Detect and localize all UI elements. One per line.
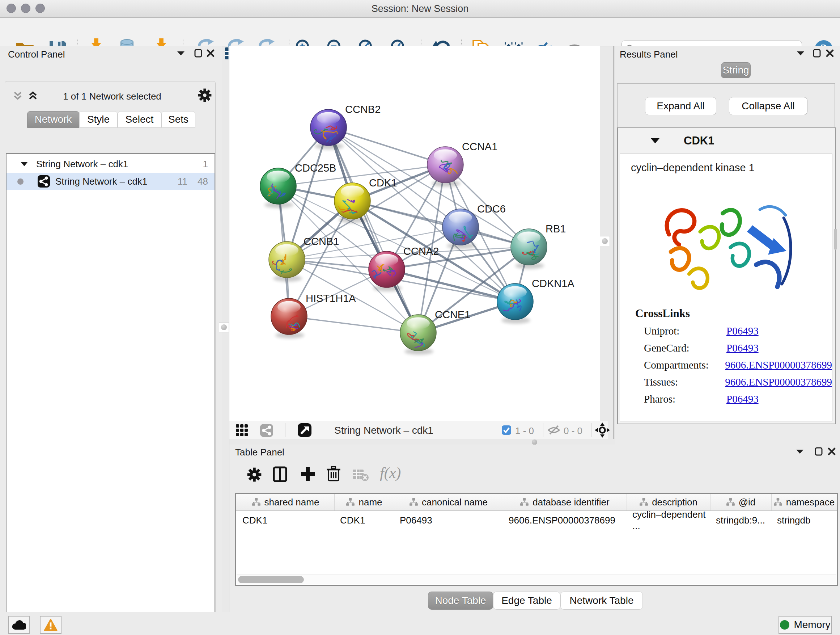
gene-section-header[interactable]: CDK1 [618,128,835,154]
tab-network[interactable]: Network [27,111,79,128]
crosslink-link[interactable]: P06493 [726,325,759,337]
table-cell[interactable]: 9606.ENSP00000378699 [503,512,627,529]
crosslink-link[interactable]: 9606.ENSP00000378699 [725,359,832,371]
column-header-databaseidentifier[interactable]: database identifier [503,494,627,510]
warning-icon [44,618,57,631]
table-cell[interactable]: CDK1 [335,512,394,529]
node-gloss [375,254,398,266]
memory-label: Memory [794,619,830,631]
control-panel-close-icon[interactable] [204,48,217,59]
column-header-label: namespace [786,497,835,508]
table-hscrollbar-thumb[interactable] [238,576,304,583]
expand-all-button[interactable]: Expand All [645,97,716,115]
table-panel-close-icon[interactable] [826,446,838,457]
network-edge-CCNB2-CCNA1[interactable] [328,127,445,165]
right-splitter-handle[interactable] [600,236,610,246]
node-gloss [267,171,290,183]
tab-node-table[interactable]: Node Table [428,592,493,610]
delete-table-icon [352,469,369,483]
crosslink-link[interactable]: P06493 [726,393,759,405]
titlebar: Session: New Session [0,0,840,18]
network-node-label-HIST1H1A: HIST1H1A [306,293,356,304]
left-splitter-handle[interactable] [219,322,229,333]
tab-string[interactable]: String [721,62,751,78]
network-view-toolbar: String Network – cdk1 1 - 0 0 - 0 [229,421,608,439]
table-panel-float-icon[interactable] [813,446,825,457]
column-header-namespace[interactable]: namespace [772,494,837,510]
column-header-id[interactable]: @id [711,494,772,510]
network-row-label: String Network – cdk1 [55,176,147,187]
crosslinks-title: CrossLinks [635,307,832,320]
control-panel-menu-caret-icon[interactable] [175,48,187,59]
selected-checkbox-icon[interactable] [501,425,512,437]
column-header-canonicalname[interactable]: canonical name [394,494,503,510]
network-row-selected[interactable]: String Network – cdk1 11 48 [6,173,215,190]
results-panel-float-icon[interactable] [811,48,823,59]
results-panel-close-icon[interactable] [824,48,836,59]
network-node-label-CCNB1: CCNB1 [303,236,339,247]
tab-network-table[interactable]: Network Table [561,592,643,610]
tab-sets[interactable]: Sets [161,111,195,128]
cloud-button[interactable] [8,616,30,634]
application-window: Session: New Session ? Control Panel 1 [0,0,840,635]
tab-style[interactable]: Style [79,111,118,128]
tab-edge-table[interactable]: Edge Table [493,592,561,610]
add-row-plus-icon[interactable] [300,466,316,483]
network-canvas[interactable]: CCNB2CCNA1CDC25BCDK1CDC6RB1CCNB1CCNA2CDK… [229,46,600,421]
gene-symbol: CDK1 [684,134,714,147]
column-header-description[interactable]: description [627,494,711,510]
network-node-label-CDKN1A: CDKN1A [532,278,575,289]
table-settings-gear-icon[interactable] [247,467,262,484]
create-column-icon[interactable] [273,466,287,484]
table-panel-menu-caret-icon[interactable] [794,446,806,457]
gene-collapse-caret-icon[interactable] [651,138,660,144]
node-gloss [317,112,340,124]
warnings-button[interactable] [40,616,62,634]
table-hscrollbar[interactable] [237,575,836,584]
network-node-label-RB1: RB1 [546,223,566,234]
table-cell[interactable]: stringdb:9... [711,512,772,529]
function-builder-icon: f(x) [380,464,401,481]
expand-all-networks-icon[interactable] [27,90,39,103]
collection-count: 1 [203,158,208,170]
table-cell[interactable]: cyclin–dependent ... [627,512,711,529]
crosslink-row: Pharos:P06493 [644,393,832,405]
crosslink-label: Tissues: [644,376,725,388]
collapse-all-button[interactable]: Collapse All [729,97,807,115]
table-panel-title: Table Panel [235,447,284,458]
grid-view-icon[interactable] [235,424,249,439]
network-options-gear-icon[interactable] [197,88,212,104]
column-type-icon [346,498,355,506]
share-view-icon[interactable] [260,424,273,439]
delete-trash-icon[interactable] [325,466,341,484]
collapse-all-networks-icon[interactable] [11,90,24,103]
fit-selected-crosshair-icon[interactable] [595,423,610,439]
network-node-count: 11 [178,176,187,187]
network-node-label-CCNE1: CCNE1 [435,309,470,320]
table-cell[interactable]: stringdb [772,512,837,529]
crosslink-link[interactable]: P06493 [726,342,759,354]
string-network-icon [37,175,50,188]
tab-select[interactable]: Select [118,111,161,128]
table-cell[interactable]: CDK1 [237,512,335,529]
birdseye-view-icon[interactable] [297,423,312,439]
protein-structure-image [645,184,832,305]
hidden-nodes-edges-count: 0 - 0 [564,425,583,437]
results-scrollbar-thumb[interactable] [834,229,837,250]
splitter-grip-icon[interactable] [532,440,537,445]
network-collection-row[interactable]: String Network – cdk1 1 [6,155,215,173]
column-header-name[interactable]: name [335,494,394,510]
hidden-items-eye-icon[interactable] [548,424,561,437]
memory-button[interactable]: Memory [778,616,832,634]
crosslink-link[interactable]: 9606.ENSP00000378699 [725,376,832,388]
crosslink-label: Pharos: [644,393,726,405]
window-title: Session: New Session [0,3,840,14]
network-edge-CCNE1-HIST1H1A[interactable] [289,317,418,333]
results-panel-menu-caret-icon[interactable] [794,48,807,59]
column-header-label: shared name [264,497,319,508]
column-header-sharedname[interactable]: shared name [237,494,335,510]
memory-status-dot [780,620,789,630]
collection-caret-icon[interactable] [20,161,28,167]
control-panel-float-icon[interactable] [192,48,204,59]
table-cell[interactable]: P06493 [394,512,503,529]
